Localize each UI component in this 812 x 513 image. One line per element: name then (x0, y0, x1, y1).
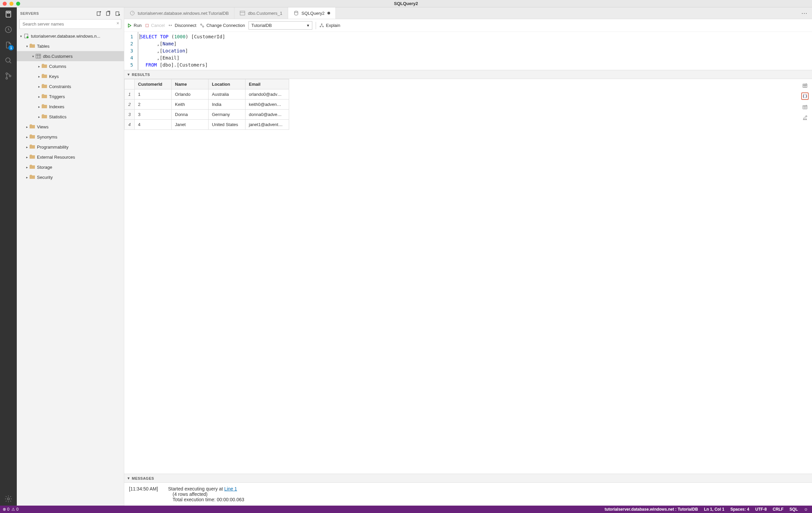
servers-sidebar: SERVERS × ▾ tutorialserver.database.wind… (17, 7, 124, 506)
close-window-button[interactable] (3, 2, 7, 6)
message-line-link[interactable]: Line 1 (224, 486, 237, 491)
folder-icon (30, 174, 35, 180)
chevron-right-icon: ▸ (36, 64, 41, 68)
tab-label: SQLQuery2 (301, 11, 325, 16)
results-panel-header[interactable]: ▾ RESULTS (124, 70, 812, 79)
activity-settings-icon[interactable] (4, 494, 13, 504)
status-language[interactable]: SQL (789, 507, 798, 512)
status-cursor-position[interactable]: Ln 1, Col 1 (704, 507, 724, 512)
views-node[interactable]: ▸Views (17, 122, 124, 132)
table-row[interactable]: 33DonnaGermanydonna0@adve… (124, 110, 289, 120)
save-csv-icon[interactable] (801, 82, 809, 89)
status-feedback-icon[interactable]: ☺ (804, 507, 808, 512)
new-group-icon[interactable] (106, 11, 111, 16)
errors-indicator[interactable]: ⊗ 0 (3, 507, 9, 512)
cell-location[interactable]: Germany (208, 110, 245, 120)
chevron-right-icon: ▸ (36, 75, 41, 78)
folder-icon (30, 124, 35, 129)
statistics-node[interactable]: ▸Statistics (17, 112, 124, 122)
cell-email[interactable]: janet1@advent… (245, 120, 289, 130)
columns-node[interactable]: ▸Columns (17, 61, 124, 71)
tree-label: Storage (37, 165, 52, 170)
refresh-servers-icon[interactable] (115, 11, 121, 16)
constraints-node[interactable]: ▸Constraints (17, 81, 124, 91)
save-json-icon[interactable] (801, 92, 809, 100)
cell-customerid[interactable]: 3 (135, 110, 172, 120)
folder-icon (41, 114, 47, 119)
customers-table-node[interactable]: ▾ dbo.Customers (17, 51, 124, 61)
row-number: 4 (124, 120, 135, 130)
folder-icon (30, 144, 35, 150)
programmability-node[interactable]: ▸Programmability (17, 142, 124, 152)
toolbar-separator (316, 22, 316, 29)
cell-location[interactable]: India (208, 100, 245, 110)
tab-dashboard[interactable]: tutorialserver.database.windows.net:Tuto… (124, 7, 234, 19)
cell-name[interactable]: Janet (172, 120, 208, 130)
cell-name[interactable]: Keith (172, 100, 208, 110)
explain-button[interactable]: Explain (319, 23, 341, 28)
activity-source-control-icon[interactable] (4, 71, 13, 81)
table-row[interactable]: 22KeithIndiakeith0@adven… (124, 100, 289, 110)
server-node[interactable]: ▾ tutorialserver.database.windows.n... (17, 31, 124, 41)
server-search-input[interactable] (20, 19, 121, 29)
chevron-right-icon: ▸ (36, 115, 41, 119)
save-excel-icon[interactable] (801, 103, 809, 111)
change-connection-button[interactable]: Change Connection (200, 23, 245, 28)
warnings-indicator[interactable]: ⚠ 0 (11, 507, 19, 512)
database-select[interactable]: TutorialDB ▾ (249, 21, 312, 30)
chevron-right-icon: ▸ (24, 176, 30, 179)
minimize-window-button[interactable] (9, 2, 13, 6)
status-connection[interactable]: tutorialserver.database.windows.net : Tu… (605, 507, 698, 512)
column-header[interactable]: Name (172, 79, 208, 89)
status-bar: ⊗ 0 ⚠ 0 tutorialserver.database.windows.… (0, 506, 812, 513)
indexes-node[interactable]: ▸Indexes (17, 102, 124, 112)
code-editor[interactable]: 1 2 3 4 5 SELECT TOP (1000) [CustomerId]… (124, 32, 812, 70)
chart-viewer-icon[interactable] (801, 114, 809, 122)
run-button[interactable]: Run (127, 23, 142, 28)
tree-label: Constraints (49, 84, 71, 89)
table-row[interactable]: 11OrlandoAustraliaorlando0@adv… (124, 89, 289, 100)
keys-node[interactable]: ▸Keys (17, 71, 124, 81)
messages-panel-header[interactable]: ▾ MESSAGES (124, 474, 812, 483)
new-connection-icon[interactable] (96, 11, 102, 16)
activity-servers-icon[interactable] (4, 9, 13, 19)
activity-search-icon[interactable] (4, 56, 13, 65)
svg-point-6 (9, 75, 11, 77)
cell-name[interactable]: Donna (172, 110, 208, 120)
storage-node[interactable]: ▸Storage (17, 162, 124, 172)
cell-customerid[interactable]: 4 (135, 120, 172, 130)
cell-email[interactable]: keith0@adven… (245, 100, 289, 110)
results-grid[interactable]: CustomerId Name Location Email 11Orlando… (124, 79, 289, 130)
cell-email[interactable]: orlando0@adv… (245, 89, 289, 100)
status-encoding[interactable]: UTF-8 (755, 507, 767, 512)
column-header[interactable]: CustomerId (135, 79, 172, 89)
status-eol[interactable]: CRLF (773, 507, 783, 512)
tab-overflow-button[interactable]: ⋯ (796, 7, 812, 19)
clear-search-icon[interactable]: × (117, 21, 119, 26)
external-resources-node[interactable]: ▸External Resources (17, 152, 124, 162)
tab-customers[interactable]: dbo.Customers_1 (234, 7, 288, 19)
security-node[interactable]: ▸Security (17, 172, 124, 182)
cell-location[interactable]: Australia (208, 89, 245, 100)
activity-explorer-icon[interactable]: 1 (4, 40, 13, 50)
cell-customerid[interactable]: 1 (135, 89, 172, 100)
activity-history-icon[interactable] (4, 25, 13, 34)
cell-name[interactable]: Orlando (172, 89, 208, 100)
svg-point-5 (6, 78, 8, 79)
column-header[interactable]: Email (245, 79, 289, 89)
tables-node[interactable]: ▾ Tables (17, 41, 124, 51)
tab-sqlquery2[interactable]: SQLQuery2 (288, 7, 336, 19)
maximize-window-button[interactable] (16, 2, 20, 6)
change-connection-label: Change Connection (206, 23, 245, 28)
server-label: tutorialserver.database.windows.n... (31, 34, 100, 39)
cell-location[interactable]: United States (208, 120, 245, 130)
cancel-button[interactable]: Cancel (145, 23, 165, 28)
status-spaces[interactable]: Spaces: 4 (730, 507, 749, 512)
synonyms-node[interactable]: ▸Synonyms (17, 132, 124, 142)
cell-customerid[interactable]: 2 (135, 100, 172, 110)
table-row[interactable]: 44JanetUnited Statesjanet1@advent… (124, 120, 289, 130)
triggers-node[interactable]: ▸Triggers (17, 91, 124, 102)
disconnect-button[interactable]: Disconnect (168, 23, 196, 28)
cell-email[interactable]: donna0@adve… (245, 110, 289, 120)
column-header[interactable]: Location (208, 79, 245, 89)
